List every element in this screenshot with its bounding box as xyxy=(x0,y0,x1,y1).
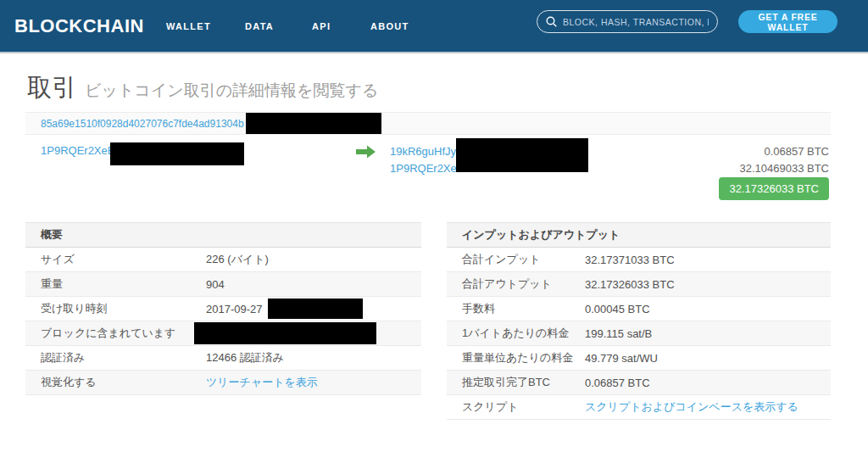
page-title: 取引 xyxy=(27,74,76,101)
row-value-text: 0.06857 BTC xyxy=(585,377,650,389)
row-value: 904 xyxy=(206,278,406,291)
blockchain-logo[interactable]: BLOCKCHAIN xyxy=(14,0,144,52)
row-label: 重量 xyxy=(41,276,206,292)
transaction-hash-link[interactable]: 85a69e1510f0928d4027076c7fde4ad91304b xyxy=(41,118,244,130)
nav-item-about[interactable]: ABOUT xyxy=(370,0,409,52)
detail-tables: 概要 サイズ226 (バイト)重量904受け取り時刻2017-09-27ブロック… xyxy=(25,222,831,420)
output-amount: 0.06857 BTC xyxy=(739,143,829,160)
table-row: 重量904 xyxy=(25,272,421,297)
table-row: ブロックに含まれています xyxy=(25,321,421,346)
row-label: 推定取引完了BTC xyxy=(462,375,585,390)
row-label: スクリプト xyxy=(462,399,585,415)
row-value-link[interactable]: ツリーチャートを表示 xyxy=(206,375,318,390)
row-label: 合計インプット xyxy=(462,252,585,267)
row-label: 視覚化する xyxy=(41,375,206,390)
redaction-box xyxy=(194,322,376,344)
row-value: ツリーチャートを表示 xyxy=(206,375,406,390)
table-row: 受け取り時刻2017-09-27 xyxy=(25,297,421,321)
output-amount-list: 0.06857 BTC 32.10469033 BTC xyxy=(739,143,829,177)
row-value: 0.00045 BTC xyxy=(585,303,815,315)
row-value-text: 32.17326033 BTC xyxy=(585,278,675,291)
table-row: 1バイトあたりの料金199.115 sat/B xyxy=(447,321,831,346)
table-rows: 合計インプット32.17371033 BTC合計アウトプット32.1732603… xyxy=(447,248,831,420)
row-value: 32.17326033 BTC xyxy=(585,278,815,291)
nav-item-wallet[interactable]: WALLET xyxy=(166,0,211,52)
row-value-text: 0.00045 BTC xyxy=(585,303,650,315)
redaction-box xyxy=(246,113,381,134)
row-value: 49.779 sat/WU xyxy=(585,352,815,365)
top-navbar: BLOCKCHAIN WALLET DATA API ABOUT GET A F… xyxy=(0,0,868,52)
redaction-box xyxy=(110,142,244,165)
page-header: 取引ビットコイン取引の詳細情報を閲覧する xyxy=(27,71,378,105)
redaction-box xyxy=(456,138,588,172)
table-row: 手数料0.00045 BTC xyxy=(447,297,831,321)
inputs-outputs-table: インプットおよびアウトプット 合計インプット32.17371033 BTC合計ア… xyxy=(447,222,831,420)
row-label: 合計アウトプット xyxy=(462,276,585,292)
table-row: 重量単位あたりの料金49.779 sat/WU xyxy=(447,346,831,371)
row-value-link[interactable]: スクリプトおよびコインベースを表示する xyxy=(585,399,798,415)
row-value xyxy=(206,322,406,344)
row-value: 2017-09-27 xyxy=(206,299,406,319)
row-label: ブロックに含まれています xyxy=(41,326,206,341)
get-free-wallet-button[interactable]: GET A FREE WALLET xyxy=(738,10,837,33)
table-row: 合計アウトプット32.17326033 BTC xyxy=(447,272,831,297)
input-address-link[interactable]: 1P9RQEr2XeE3 xyxy=(41,144,121,157)
row-label: 重量単位あたりの料金 xyxy=(462,350,585,366)
table-header: 概要 xyxy=(25,222,421,248)
row-value-text: 32.17371033 BTC xyxy=(585,254,675,266)
table-row: 合計インプット32.17371033 BTC xyxy=(447,248,831,272)
row-value: 199.115 sat/B xyxy=(585,327,815,340)
search-icon xyxy=(546,16,557,27)
total-output-badge[interactable]: 32.17326033 BTC xyxy=(719,177,829,200)
table-header: インプットおよびアウトプット xyxy=(447,222,831,248)
search-input[interactable] xyxy=(563,17,709,27)
row-label: 手数料 xyxy=(462,301,585,316)
row-value-text: 226 (バイト) xyxy=(206,252,269,267)
table-row: サイズ226 (バイト) xyxy=(25,248,421,272)
row-value: スクリプトおよびコインベースを表示する xyxy=(585,399,815,415)
row-label: 認証済み xyxy=(41,350,206,366)
row-label: サイズ xyxy=(41,252,206,267)
row-value-text: 199.115 sat/B xyxy=(585,327,652,340)
arrow-right-icon xyxy=(356,145,376,159)
row-label: 1バイトあたりの料金 xyxy=(462,326,585,341)
page-subtitle: ビットコイン取引の詳細情報を閲覧する xyxy=(85,81,378,99)
row-label: 受け取り時刻 xyxy=(41,301,206,316)
row-value: 12466 認証済み xyxy=(206,350,406,366)
table-row: 認証済み12466 認証済み xyxy=(25,346,421,371)
table-rows: サイズ226 (バイト)重量904受け取り時刻2017-09-27ブロックに含ま… xyxy=(25,248,421,395)
row-value: 226 (バイト) xyxy=(206,252,406,267)
row-value: 32.17371033 BTC xyxy=(585,254,815,266)
output-amount: 32.10469033 BTC xyxy=(739,160,829,177)
redaction-box xyxy=(268,299,363,319)
nav-item-api[interactable]: API xyxy=(312,0,331,52)
summary-table: 概要 サイズ226 (バイト)重量904受け取り時刻2017-09-27ブロック… xyxy=(25,222,421,420)
transaction-io-summary: 1P9RQEr2XeE3 19kR6guHfJyB 1P9RQEr2XeE3 0… xyxy=(25,135,831,220)
nav-item-data[interactable]: DATA xyxy=(245,0,274,52)
row-value: 0.06857 BTC xyxy=(585,377,815,389)
search-box[interactable] xyxy=(537,10,718,33)
table-row: スクリプトスクリプトおよびコインベースを表示する xyxy=(447,395,831,420)
row-value-text: 904 xyxy=(206,278,225,291)
table-row: 推定取引完了BTC0.06857 BTC xyxy=(447,371,831,395)
row-value-text: 2017-09-27 xyxy=(206,303,263,315)
table-row: 視覚化するツリーチャートを表示 xyxy=(25,371,421,395)
row-value-text: 12466 認証済み xyxy=(206,350,284,366)
transaction-page: BLOCKCHAIN WALLET DATA API ABOUT GET A F… xyxy=(0,0,868,452)
transaction-hash-row: 85a69e1510f0928d4027076c7fde4ad91304b xyxy=(25,112,831,135)
row-value-text: 49.779 sat/WU xyxy=(585,352,658,365)
